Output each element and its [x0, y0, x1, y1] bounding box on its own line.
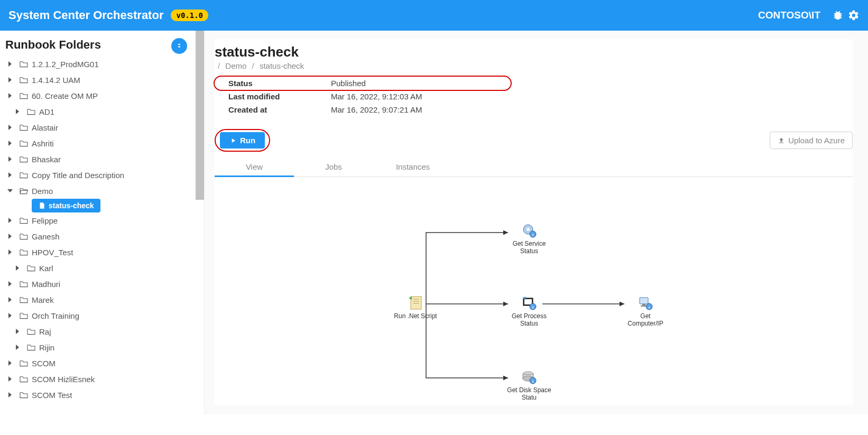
sidebar-item-scom-hizliesnek[interactable]: SCOM HizliEsnek: [7, 371, 200, 387]
sidebar-item-1-2-1-2-prodmg01[interactable]: 1.2.1.2_ProdMG01: [7, 56, 200, 72]
script-icon: [408, 295, 423, 311]
node-label: Get Computer/IP: [622, 312, 669, 327]
node-get-disk[interactable]: i Get Disk Space Statu: [505, 368, 553, 401]
folder-label: Demo: [32, 187, 53, 196]
process-info-icon: i: [521, 295, 537, 311]
sidebar-item-felippe[interactable]: Felippe: [7, 212, 200, 228]
breadcrumb-current: status-check: [260, 61, 304, 70]
folder-label: Madhuri: [32, 280, 60, 289]
folder-label: Karl: [39, 264, 53, 273]
breadcrumb-root[interactable]: Demo: [225, 61, 246, 70]
runbook-label: status-check: [49, 201, 94, 210]
created-label: Created at: [215, 103, 326, 116]
tab-jobs[interactable]: Jobs: [294, 157, 373, 177]
node-get-process[interactable]: i Get Process Status: [505, 294, 553, 327]
folder-label: Felippe: [32, 216, 58, 225]
sidebar-item-alastair[interactable]: Alastair: [7, 119, 200, 135]
app-title: System Center Orchestrator: [8, 8, 163, 22]
sidebar-item-karl[interactable]: Karl: [7, 260, 200, 276]
page-title: status-check: [215, 44, 853, 60]
sidebar: Runbook Folders 1.2.1.2_ProdMG011.4.14.2…: [0, 31, 205, 414]
play-icon: [229, 137, 237, 144]
chevron-double-icon: [176, 42, 183, 50]
user-label: CONTOSO\IT: [758, 10, 820, 21]
bug-icon[interactable]: [832, 10, 844, 21]
node-label: Run .Net Script: [392, 312, 439, 320]
actions-row: Run Upload to Azure: [215, 129, 853, 152]
folder-label: Ashriti: [32, 139, 54, 148]
folder-label: SCOM: [32, 359, 56, 368]
sidebar-item-raj[interactable]: Raj: [7, 323, 200, 339]
node-get-computer[interactable]: i Get Computer/IP: [622, 294, 669, 327]
sidebar-item-marek[interactable]: Marek: [7, 292, 200, 308]
folder-label: 1.2.1.2_ProdMG01: [32, 60, 99, 69]
svg-rect-22: [642, 304, 645, 306]
tab-instances[interactable]: Instances: [373, 157, 453, 177]
svg-rect-2: [411, 297, 421, 309]
svg-text:i: i: [532, 233, 533, 237]
tab-view[interactable]: View: [215, 157, 294, 177]
folder-label: Raj: [39, 327, 51, 336]
svg-rect-21: [640, 298, 648, 304]
run-highlight: Run: [215, 129, 270, 152]
node-run-script[interactable]: Run .Net Script: [392, 294, 439, 320]
gear-icon[interactable]: [848, 10, 860, 21]
svg-point-8: [527, 228, 530, 231]
sidebar-item-scom-test[interactable]: SCOM Test: [7, 387, 200, 403]
folder-label: SCOM HizliEsnek: [32, 375, 95, 384]
runbook-item-status-check[interactable]: status-check: [32, 199, 100, 212]
folder-label: Orch Training: [32, 311, 79, 320]
scrollbar-thumb[interactable]: [196, 31, 204, 200]
folder-label: HPOV_Test: [32, 248, 73, 257]
svg-rect-12: [524, 299, 532, 304]
disk-info-icon: i: [521, 369, 537, 385]
sidebar-item-1-4-14-2-uam[interactable]: 1.4.14.2 UAM: [7, 72, 200, 88]
sidebar-item-ashriti[interactable]: Ashriti: [7, 135, 200, 151]
folder-label: Alastair: [32, 123, 58, 132]
run-button[interactable]: Run: [220, 132, 265, 149]
node-get-service[interactable]: i Get Service Status: [505, 222, 553, 255]
breadcrumb: / Demo / status-check: [215, 61, 853, 70]
collapse-button[interactable]: [171, 38, 187, 54]
svg-text:i: i: [532, 305, 533, 310]
sidebar-item-ganesh[interactable]: Ganesh: [7, 228, 200, 244]
sidebar-item-60-create-om-mp[interactable]: 60. Create OM MP: [7, 88, 200, 104]
sidebar-item-copy-title-and-description[interactable]: Copy Title and Description: [7, 167, 200, 183]
sidebar-item-hpov-test[interactable]: HPOV_Test: [7, 244, 200, 260]
sidebar-item-demo[interactable]: Demo: [7, 183, 200, 199]
folder-tree: 1.2.1.2_ProdMG011.4.14.2 UAM60. Create O…: [0, 56, 204, 413]
node-label: Get Disk Space Statu: [505, 386, 553, 401]
diagram: Run .Net Script i Get Service Status i G…: [215, 182, 853, 404]
svg-marker-3: [409, 297, 412, 300]
sidebar-item-madhuri[interactable]: Madhuri: [7, 276, 200, 292]
folder-label: Rijin: [39, 343, 54, 352]
folder-label: 1.4.14.2 UAM: [32, 76, 80, 85]
status-row: Status Published: [215, 77, 511, 90]
upload-button[interactable]: Upload to Azure: [770, 132, 853, 149]
topbar: System Center Orchestrator v0.1.0 CONTOS…: [0, 0, 868, 31]
sidebar-item-bhaskar[interactable]: Bhaskar: [7, 151, 200, 167]
tabs: ViewJobsInstances: [215, 157, 853, 177]
sidebar-item-rijin[interactable]: Rijin: [7, 339, 200, 355]
node-label: Get Service Status: [505, 240, 553, 255]
sidebar-item-ad1[interactable]: AD1: [7, 104, 200, 119]
folder-label: 60. Create OM MP: [32, 91, 98, 100]
upload-icon: [778, 137, 785, 144]
version-pill: v0.1.0: [171, 10, 208, 21]
folder-label: Copy Title and Description: [32, 171, 124, 180]
modified-label: Last modified: [215, 90, 326, 103]
computer-info-icon: i: [638, 295, 653, 311]
run-label: Run: [240, 136, 255, 145]
gear-info-icon: i: [521, 223, 537, 238]
svg-text:i: i: [649, 305, 650, 310]
folder-label: Marek: [32, 295, 54, 304]
node-label: Get Process Status: [505, 312, 553, 327]
sidebar-item-orch-training[interactable]: Orch Training: [7, 308, 200, 323]
status-value: Published: [326, 77, 511, 90]
folder-label: SCOM Test: [32, 391, 72, 400]
folder-label: Bhaskar: [32, 155, 61, 164]
sidebar-item-scom[interactable]: SCOM: [7, 355, 200, 371]
modified-value: Mar 16, 2022, 9:12:03 AM: [326, 90, 511, 103]
status-label: Status: [215, 77, 326, 90]
upload-label: Upload to Azure: [788, 136, 845, 145]
